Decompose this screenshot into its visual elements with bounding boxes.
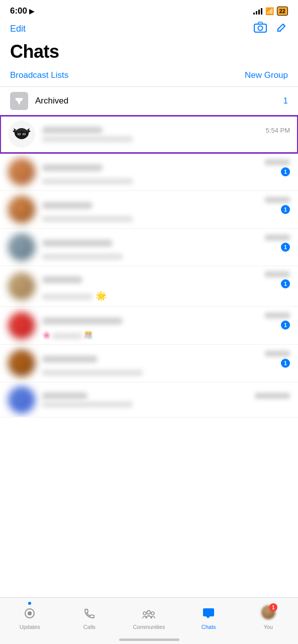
- chat-content-6: 1 🌸 🎊: [42, 312, 290, 339]
- chat-item-5[interactable]: 1 🌟: [0, 266, 298, 307]
- unread-badge-6: 1: [281, 320, 290, 330]
- chat-time-2: [265, 159, 290, 165]
- chat-content-2: 1: [42, 159, 290, 184]
- camera-icon[interactable]: [254, 22, 267, 36]
- batman-chat-preview: [42, 136, 133, 142]
- chat-time-5: [265, 271, 290, 277]
- chat-time-8: [255, 393, 290, 399]
- chat-meta-2: 1: [42, 159, 290, 176]
- communities-label: Communities: [133, 624, 165, 630]
- chat-item-3[interactable]: 1: [0, 191, 298, 229]
- status-time: 6:00 ▶: [10, 6, 34, 16]
- chat-time-7: [265, 351, 290, 357]
- chat-meta-4: 1: [42, 235, 290, 252]
- chat-preview-8: [42, 401, 133, 407]
- unread-badge-5: 1: [281, 279, 290, 288]
- chat-name-4: [42, 240, 113, 247]
- tab-bar: Updates Calls Communities: [0, 597, 298, 644]
- chats-tab-label: Chats: [202, 624, 216, 630]
- chat-right-2: 1: [265, 159, 290, 176]
- chat-time-6: [265, 312, 290, 318]
- svg-point-6: [18, 134, 20, 135]
- svg-point-7: [23, 134, 25, 135]
- battery-badge: 22: [277, 7, 288, 16]
- svg-point-1: [258, 26, 263, 31]
- you-icon: 1: [261, 605, 275, 622]
- chat-name-5: [42, 276, 82, 283]
- chat-item-6[interactable]: 1 🌸 🎊: [0, 307, 298, 345]
- archived-count: 1: [283, 96, 288, 106]
- nav-spacer: [0, 417, 298, 473]
- calls-icon: [83, 607, 95, 622]
- emoji-row-6: 🌸 🎊: [42, 331, 290, 339]
- svg-point-12: [151, 612, 154, 615]
- edit-button[interactable]: Edit: [10, 24, 26, 34]
- chat-meta-5: 1: [42, 271, 290, 288]
- signal-bar-1: [253, 13, 255, 15]
- home-indicator: [119, 638, 179, 641]
- avatar-5: [8, 273, 35, 300]
- avatar-4: [8, 234, 35, 261]
- unread-badge-4: 1: [281, 243, 290, 252]
- emoji-6a: 🌸: [42, 331, 51, 339]
- chat-preview-row-5: 🌟: [42, 290, 290, 301]
- status-bar: 6:00 ▶ 📶 22: [0, 0, 298, 19]
- archived-row[interactable]: Archived 1: [0, 87, 298, 116]
- svg-rect-0: [254, 24, 266, 32]
- batman-chat-right: 5:54 PM: [262, 127, 290, 134]
- communities-icon: [142, 607, 156, 622]
- chat-right-4: 1: [265, 235, 290, 252]
- chat-right-3: 1: [265, 197, 290, 214]
- chat-content-4: 1: [42, 235, 290, 260]
- chat-content-5: 1 🌟: [42, 271, 290, 301]
- tab-calls[interactable]: Calls: [72, 607, 107, 630]
- you-avatar-wrap: 1: [261, 605, 275, 619]
- emoji-5: 🌟: [95, 290, 107, 301]
- chat-meta-8: [42, 392, 290, 399]
- avatar-3: [8, 196, 35, 223]
- chat-list: 5:54 PM 1 1: [0, 116, 298, 417]
- chat-meta-7: 1: [42, 351, 290, 368]
- chat-preview-2: [42, 178, 133, 184]
- chat-name-3: [42, 202, 92, 209]
- chat-item-2[interactable]: 1: [0, 153, 298, 191]
- chat-item-8[interactable]: [0, 382, 298, 417]
- batman-avatar: [8, 121, 35, 148]
- chat-preview-3: [42, 216, 133, 222]
- chat-content-3: 1: [42, 197, 290, 222]
- chat-content-7: 1: [42, 351, 290, 376]
- signal-bar-2: [256, 11, 257, 15]
- archived-label: Archived: [35, 96, 283, 106]
- tab-updates[interactable]: Updates: [12, 602, 47, 630]
- you-label: You: [263, 624, 273, 630]
- signal-bar-3: [258, 10, 260, 15]
- chat-item-7[interactable]: 1: [0, 345, 298, 382]
- chat-name-8: [42, 392, 87, 399]
- chat-meta-6: 1: [42, 312, 290, 330]
- tab-chats[interactable]: Chats: [191, 607, 226, 630]
- svg-point-10: [147, 611, 151, 614]
- page-title: Chats: [10, 41, 288, 62]
- archived-icon: [10, 92, 28, 110]
- avatar-7: [8, 350, 35, 377]
- action-row: Broadcast Lists New Group: [0, 67, 298, 86]
- batman-chat-time: 5:54 PM: [266, 127, 290, 134]
- chat-preview-5: [42, 294, 92, 300]
- updates-dot: [28, 602, 31, 605]
- chat-time-3: [265, 197, 290, 203]
- chats-icon: [202, 607, 215, 622]
- new-group-link[interactable]: New Group: [245, 70, 288, 80]
- emoji-6b: 🎊: [84, 331, 92, 339]
- compose-icon[interactable]: [276, 21, 288, 36]
- unread-badge-7: 1: [281, 359, 290, 368]
- chat-item-4[interactable]: 1: [0, 229, 298, 266]
- tab-you[interactable]: 1 You: [251, 605, 286, 630]
- chat-preview-4: [42, 254, 123, 260]
- svg-rect-2: [258, 22, 262, 24]
- batman-chat-meta: 5:54 PM: [42, 127, 290, 134]
- broadcast-lists-link[interactable]: Broadcast Lists: [10, 70, 68, 80]
- chat-item-batman[interactable]: 5:54 PM: [0, 116, 298, 153]
- chat-right-6: 1: [265, 312, 290, 330]
- tab-communities[interactable]: Communities: [131, 607, 166, 630]
- chat-content-8: [42, 392, 290, 407]
